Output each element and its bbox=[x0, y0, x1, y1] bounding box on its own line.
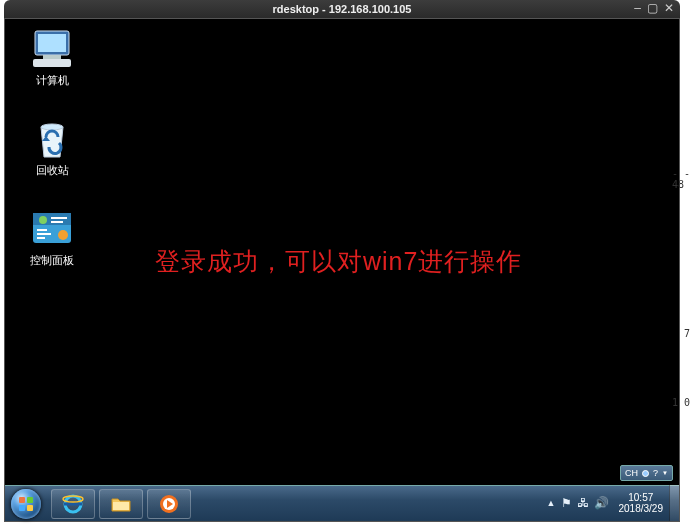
control-panel-icon bbox=[17, 209, 87, 251]
start-button[interactable] bbox=[5, 486, 47, 522]
desktop-icon-computer[interactable]: 计算机 bbox=[17, 29, 87, 88]
action-center-icon[interactable]: ⚑ bbox=[561, 496, 572, 510]
volume-icon[interactable]: 🔊 bbox=[594, 496, 609, 510]
svg-point-14 bbox=[58, 230, 68, 240]
taskbar-pinned-explorer[interactable] bbox=[99, 489, 143, 519]
svg-point-4 bbox=[41, 124, 63, 130]
svg-rect-10 bbox=[51, 221, 63, 223]
windows-logo-icon bbox=[19, 497, 33, 511]
rdesktop-window: 计算机 回收站 bbox=[4, 18, 680, 522]
svg-rect-3 bbox=[33, 59, 71, 67]
desktop-icon-label: 回收站 bbox=[17, 163, 87, 178]
clock-time: 10:57 bbox=[619, 492, 664, 503]
help-icon[interactable]: ? bbox=[653, 468, 658, 478]
svg-point-8 bbox=[39, 216, 47, 224]
media-player-icon bbox=[158, 493, 180, 515]
svg-rect-2 bbox=[43, 55, 61, 59]
svg-rect-1 bbox=[38, 34, 66, 52]
host-text: 1 0 bbox=[672, 397, 690, 408]
taskbar-pinned-wmp[interactable] bbox=[147, 489, 191, 519]
taskbar-clock[interactable]: 10:57 2018/3/29 bbox=[613, 492, 670, 514]
svg-rect-9 bbox=[51, 217, 67, 219]
svg-rect-13 bbox=[37, 237, 45, 239]
tray-chevron-icon[interactable]: ▲ bbox=[547, 498, 556, 508]
desktop-icon-control-panel[interactable]: 控制面板 bbox=[17, 209, 87, 268]
desktop-icon-label: 控制面板 bbox=[17, 253, 87, 268]
host-text: - -48 bbox=[672, 168, 690, 190]
rdesktop-title: rdesktop - 192.168.100.105 bbox=[273, 3, 412, 15]
annotation-message: 登录成功，可以对win7进行操作 bbox=[155, 245, 522, 278]
show-desktop-button[interactable] bbox=[669, 485, 679, 521]
taskbar-pinned-ie[interactable] bbox=[51, 489, 95, 519]
language-bar[interactable]: CH ? ▼ bbox=[620, 465, 673, 481]
system-tray: ▲ ⚑ 🖧 🔊 10:57 2018/3/29 bbox=[543, 485, 679, 521]
folder-icon bbox=[110, 493, 132, 515]
ime-status-icon bbox=[642, 470, 649, 477]
network-icon[interactable]: 🖧 bbox=[577, 496, 589, 510]
desktop-icon-recycle[interactable]: 回收站 bbox=[17, 119, 87, 178]
svg-rect-12 bbox=[37, 233, 51, 235]
minimize-button[interactable]: – bbox=[634, 2, 641, 14]
svg-rect-11 bbox=[37, 229, 47, 231]
desktop-icon-label: 计算机 bbox=[17, 73, 87, 88]
computer-icon bbox=[17, 29, 87, 71]
maximize-button[interactable]: ▢ bbox=[647, 2, 658, 14]
langbar-dropdown-icon[interactable]: ▼ bbox=[662, 470, 668, 476]
clock-date: 2018/3/29 bbox=[619, 503, 664, 514]
win7-desktop[interactable]: 计算机 回收站 bbox=[5, 19, 679, 521]
recycle-icon bbox=[17, 119, 87, 161]
svg-rect-17 bbox=[113, 502, 129, 510]
rdesktop-titlebar[interactable]: rdesktop - 192.168.100.105 – ▢ ✕ bbox=[4, 0, 680, 18]
win7-taskbar: ▲ ⚑ 🖧 🔊 10:57 2018/3/29 bbox=[5, 485, 679, 521]
close-button[interactable]: ✕ bbox=[664, 2, 674, 14]
host-text: 7 bbox=[684, 328, 690, 339]
ie-icon bbox=[62, 493, 84, 515]
language-label: CH bbox=[625, 468, 638, 478]
